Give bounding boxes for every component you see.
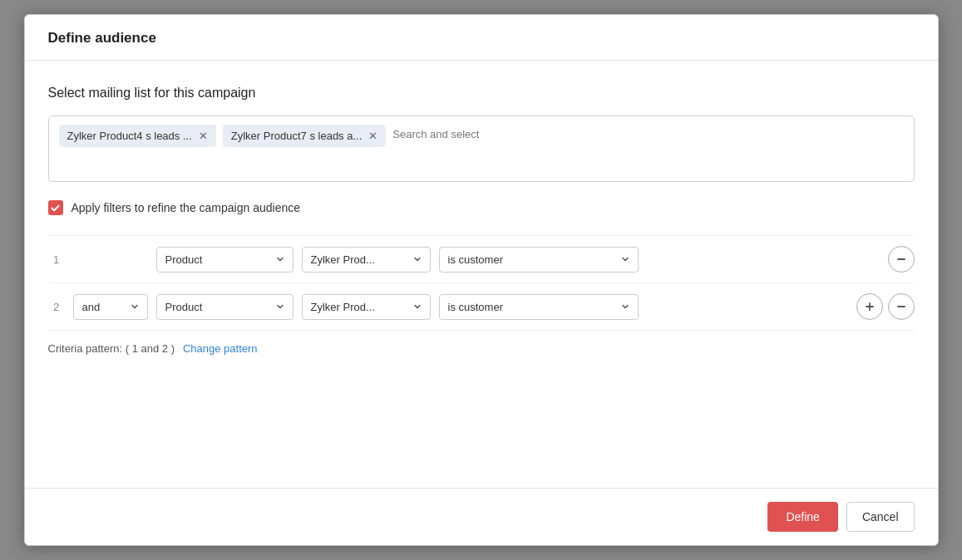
row-2-number: 2 [48,301,65,313]
tag-2: Zylker Product7 s leads a... ✕ [223,125,387,147]
filter-row-2: 2 and Product Zylker Prod... [48,283,915,331]
tag-2-close[interactable]: ✕ [368,130,377,141]
modal-footer: Define Cancel [25,488,938,545]
filter-checkbox-label: Apply filters to refine the campaign aud… [72,201,301,214]
define-audience-modal: Define audience Select mailing list for … [24,14,939,546]
row-1-product-select[interactable]: Product [156,247,294,273]
cancel-button[interactable]: Cancel [846,502,915,532]
row-1-customer-select[interactable]: is customer [439,247,639,273]
criteria-text: Criteria pattern: ( 1 and 2 ) [48,342,175,355]
mailing-search-input[interactable] [392,125,903,144]
row-2-product-select[interactable]: Product [156,294,294,320]
criteria-bar: Criteria pattern: ( 1 and 2 ) Change pat… [48,331,915,363]
row-2-remove-btn[interactable] [888,293,915,320]
row-2-add-btn[interactable] [856,293,883,320]
row-2-zylker-select[interactable]: Zylker Prod... [302,294,431,320]
section-title: Select mailing list for this campaign [48,86,915,101]
row-1-remove-btn[interactable] [888,246,915,273]
filter-rows: 1 Product Zylker Prod... is custo [48,235,915,331]
filter-checkbox-row: Apply filters to refine the campaign aud… [48,200,915,215]
row-2-customer-select[interactable]: is customer [439,294,639,320]
mailing-list-box[interactable]: Zylker Product4 s leads ... ✕ Zylker Pro… [48,115,915,182]
define-button[interactable]: Define [767,502,837,532]
tag-1: Zylker Product4 s leads ... ✕ [59,125,216,147]
filter-row-1: 1 Product Zylker Prod... is custo [48,235,915,283]
change-pattern-button[interactable]: Change pattern [183,342,258,355]
tag-1-label: Zylker Product4 s leads ... [67,130,192,142]
tag-1-close[interactable]: ✕ [199,130,208,141]
modal-title: Define audience [48,30,156,46]
row-2-action-btns [856,293,915,320]
row-2-and-select[interactable]: and [73,294,148,320]
tag-2-label: Zylker Product7 s leads a... [231,130,363,142]
apply-filters-checkbox[interactable] [48,200,63,215]
row-1-zylker-select[interactable]: Zylker Prod... [302,247,431,273]
row-1-number: 1 [48,253,65,266]
modal-header: Define audience [25,15,938,61]
modal-body: Select mailing list for this campaign Zy… [25,61,938,488]
